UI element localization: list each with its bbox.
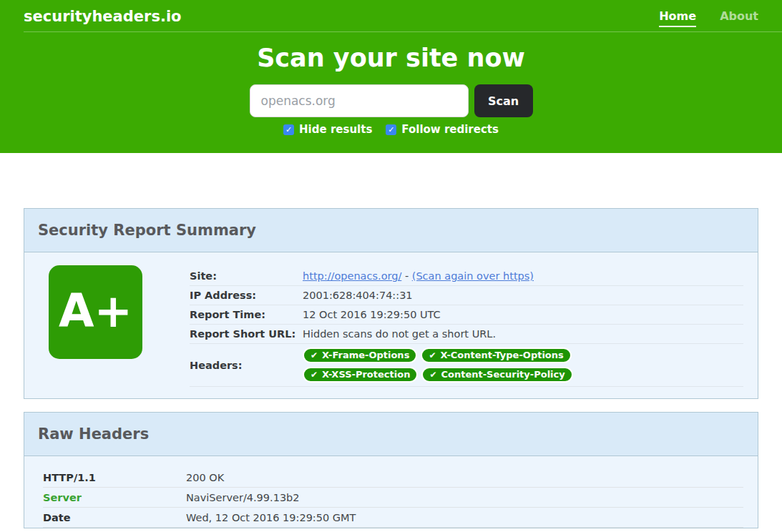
rescan-https-link[interactable]: (Scan again over https) bbox=[412, 270, 534, 282]
raw-headers-body: HTTP/1.1 200 OK Server NaviServer/4.99.1… bbox=[24, 456, 758, 528]
hero-title: Scan your site now bbox=[0, 42, 782, 74]
scan-form: Scan bbox=[0, 84, 782, 117]
hero-section: Scan your site now Scan ✓ Hide results ✓… bbox=[0, 32, 782, 153]
table-row-site: Site: http://openacs.org/ - (Scan again … bbox=[190, 267, 743, 286]
check-icon: ✔ bbox=[429, 370, 436, 380]
main-nav: Home About bbox=[659, 9, 758, 23]
check-icon: ✔ bbox=[311, 350, 318, 360]
header-badge: ✔X-XSS-Protection bbox=[303, 367, 418, 383]
checkbox-label: Follow redirects bbox=[401, 123, 499, 136]
raw-header-value: 200 OK bbox=[186, 472, 224, 483]
grade-badge: A+ bbox=[49, 265, 142, 359]
header-badge: ✔X-Frame-Options bbox=[303, 348, 417, 363]
nav-about[interactable]: About bbox=[720, 9, 758, 23]
hide-results-checkbox[interactable]: ✓ Hide results bbox=[283, 123, 372, 136]
table-row-report-time: Report Time: 12 Oct 2016 19:29:50 UTC bbox=[190, 305, 743, 325]
badge-label: X-Content-Type-Options bbox=[440, 350, 563, 360]
raw-headers-panel-title: Raw Headers bbox=[24, 413, 758, 456]
server-header-link[interactable]: Server bbox=[43, 492, 186, 503]
security-report-summary-panel: Security Report Summary A+ Site: http://… bbox=[24, 208, 758, 399]
row-label: Report Short URL: bbox=[190, 328, 303, 340]
row-value: 2001:628:404:74::31 bbox=[303, 290, 413, 301]
raw-header-value: NaviServer/4.99.13b2 bbox=[186, 492, 300, 503]
checkbox-checked-icon[interactable]: ✓ bbox=[283, 124, 294, 135]
raw-header-name: Date bbox=[43, 512, 186, 523]
link-separator: - bbox=[401, 270, 411, 282]
checkbox-checked-icon[interactable]: ✓ bbox=[386, 124, 396, 135]
summary-panel-title: Security Report Summary bbox=[24, 209, 758, 252]
raw-header-name: HTTP/1.1 bbox=[43, 472, 186, 483]
row-label: Headers: bbox=[190, 360, 303, 371]
row-label: IP Address: bbox=[190, 290, 303, 301]
table-row-ip: IP Address: 2001:628:404:74::31 bbox=[190, 286, 743, 305]
follow-redirects-checkbox[interactable]: ✓ Follow redirects bbox=[386, 123, 499, 136]
raw-header-row: Date Wed, 12 Oct 2016 19:29:50 GMT bbox=[43, 508, 743, 528]
site-link[interactable]: http://openacs.org/ bbox=[303, 270, 401, 282]
row-label: Report Time: bbox=[190, 309, 303, 320]
checkbox-label: Hide results bbox=[299, 123, 372, 136]
header-badge: ✔X-Content-Type-Options bbox=[421, 348, 571, 363]
raw-header-value: Wed, 12 Oct 2016 19:29:50 GMT bbox=[186, 512, 356, 523]
page-content: Security Report Summary A+ Site: http://… bbox=[0, 153, 782, 528]
check-icon: ✔ bbox=[311, 370, 318, 380]
raw-header-row: HTTP/1.1 200 OK bbox=[43, 468, 743, 488]
row-label: Site: bbox=[190, 270, 303, 282]
row-value: 12 Oct 2016 19:29:50 UTC bbox=[303, 309, 441, 320]
table-row-headers: Headers: ✔X-Frame-Options ✔X-Content-Typ… bbox=[190, 344, 743, 387]
badge-label: Content-Security-Policy bbox=[441, 369, 564, 380]
row-value: http://openacs.org/ - (Scan again over h… bbox=[303, 270, 534, 282]
check-icon: ✔ bbox=[429, 350, 436, 360]
row-value: Hidden scans do not get a short URL. bbox=[303, 328, 496, 340]
header-badge: ✔Content-Security-Policy bbox=[421, 367, 572, 383]
raw-headers-panel: Raw Headers HTTP/1.1 200 OK Server NaviS… bbox=[24, 412, 758, 528]
summary-table: Site: http://openacs.org/ - (Scan again … bbox=[190, 267, 743, 398]
badge-label: X-XSS-Protection bbox=[322, 369, 410, 380]
top-navbar: securityheaders.io Home About bbox=[0, 0, 782, 32]
grade-column: A+ bbox=[24, 252, 190, 398]
url-input[interactable] bbox=[250, 84, 469, 117]
table-row-short-url: Report Short URL: Hidden scans do not ge… bbox=[190, 325, 743, 344]
header-badges: ✔X-Frame-Options ✔X-Content-Type-Options… bbox=[303, 348, 646, 383]
site-logo[interactable]: securityheaders.io bbox=[24, 8, 182, 25]
summary-panel-body: A+ Site: http://openacs.org/ - (Scan aga… bbox=[24, 252, 758, 398]
nav-home[interactable]: Home bbox=[659, 9, 696, 27]
scan-button[interactable]: Scan bbox=[474, 84, 533, 117]
scan-options: ✓ Hide results ✓ Follow redirects bbox=[0, 123, 782, 136]
badge-label: X-Frame-Options bbox=[322, 350, 409, 360]
raw-header-row: Server NaviServer/4.99.13b2 bbox=[43, 488, 743, 508]
